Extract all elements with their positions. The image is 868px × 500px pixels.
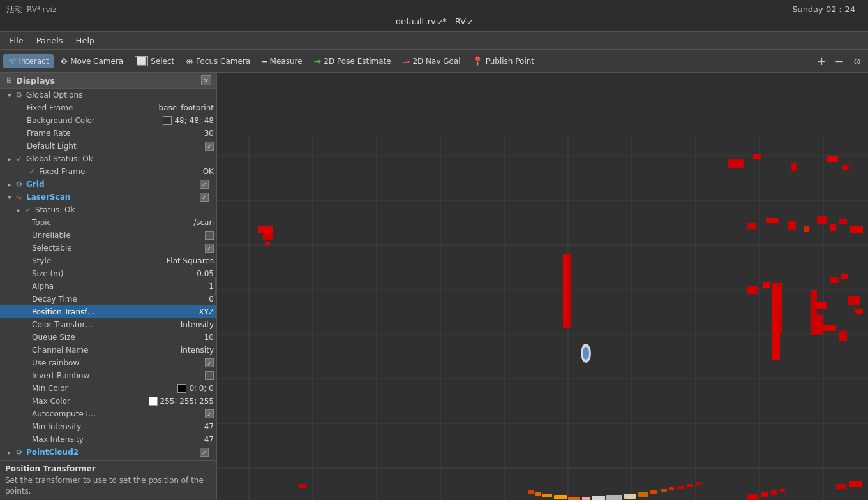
toolbar: ☜ Interact ✥ Move Camera ⬜ Select ⊕ Focu… [0,50,868,73]
min-color-row: Min Color 0; 0; 0 [0,382,216,395]
displays-close-button[interactable]: ✕ [201,75,211,85]
svg-rect-58 [592,496,605,500]
max-color-swatch[interactable] [149,397,158,406]
grid-arrow[interactable]: ▸ [5,181,14,188]
svg-rect-28 [817,216,827,224]
nav-goal-tool[interactable]: ⇒ 2D Nav Goal [398,54,466,68]
fixed-frame-row: Fixed Frame base_footprint [0,101,216,114]
unreliable-value [205,231,214,240]
menu-help[interactable]: Help [70,34,101,47]
publish-point-tool[interactable]: 📍 Publish Point [467,54,539,68]
queue-size-label: Queue Size [32,333,201,342]
min-color-swatch[interactable] [177,384,186,393]
status-ok-row[interactable]: ▸ ✓ Status: Ok [0,203,216,216]
selectable-row: Selectable [0,242,216,254]
svg-rect-72 [836,484,846,489]
svg-rect-60 [624,494,636,499]
grid-row[interactable]: ▸ ⚙ Grid [0,178,216,191]
min-color-label: Min Color [32,384,174,393]
position-transformer-value: XYZ [198,307,214,316]
autocompute-checkbox[interactable] [205,409,214,418]
decay-time-label: Decay Time [32,295,206,304]
position-transformer-label: Position Transf… [32,307,195,316]
pointcloud2-arrow[interactable]: ▸ [5,449,14,456]
3d-viewport[interactable]: .grid-line { stroke: #484848; stroke-wid… [217,73,868,500]
color-transformer-row: Color Transfor… Intensity [0,318,216,331]
unreliable-row: Unreliable [0,229,216,242]
pose-estimate-icon: → [314,56,322,66]
svg-rect-73 [849,481,862,487]
displays-content[interactable]: ▾ ⚙ Global Options Fixed Frame base_foot… [0,89,216,460]
svg-rect-33 [777,283,782,334]
position-transformer-row[interactable]: Position Transf… XYZ [0,305,216,318]
global-status-row[interactable]: ▸ ✓ Global Status: Ok [0,152,216,165]
svg-rect-61 [638,492,648,497]
pointcloud2-checkbox-value [200,448,209,457]
svg-rect-57 [582,497,590,500]
svg-rect-65 [677,486,684,489]
laserscan-icon: ∿ [14,193,24,202]
invert-rainbow-label: Invert Rainbow [32,371,202,380]
svg-rect-67 [696,482,701,485]
measure-tool[interactable]: ━ Measure [257,54,307,68]
invert-rainbow-checkbox[interactable] [205,371,214,380]
interact-tool[interactable]: ☜ Interact [3,54,54,68]
main-layout: 🖥 Displays ✕ ▾ ⚙ Global Options Fixed Fr… [0,73,868,500]
focus-camera-tool[interactable]: ⊕ Focus Camera [181,54,255,68]
unreliable-checkbox[interactable] [205,231,214,240]
global-options-row[interactable]: ▾ ⚙ Global Options [0,89,216,101]
use-rainbow-row: Use rainbow [0,357,216,369]
displays-icon: 🖥 [5,76,13,85]
menu-panels[interactable]: Panels [30,34,70,47]
selectable-checkbox[interactable] [205,244,214,253]
fixed-frame-status-value: OK [203,167,214,176]
status-bar-title: Position Transformer [5,464,211,473]
global-status-label: Global Status: Ok [26,154,214,163]
background-color-swatch[interactable] [163,116,172,125]
global-status-arrow[interactable]: ▸ [5,156,14,163]
clock: Sunday 02：24 [792,4,855,15]
svg-rect-59 [606,495,622,500]
svg-rect-27 [804,226,809,232]
svg-rect-24 [747,223,756,229]
status-ok-check-icon: ✓ [23,205,33,214]
invert-rainbow-row: Invert Rainbow [0,369,216,382]
pose-estimate-label: 2D Pose Estimate [324,57,391,66]
topic-row: Topic /scan [0,216,216,229]
svg-rect-63 [661,489,667,492]
global-options-arrow[interactable]: ▾ [5,92,14,99]
zoom-reset-button[interactable]: ⊙ [849,54,865,69]
pointcloud2-row[interactable]: ▸ ⚙ PointCloud2 [0,446,216,459]
laserscan-row[interactable]: ▾ ∿ LaserScan [0,191,216,203]
select-tool[interactable]: ⬜ Select [130,54,179,68]
use-rainbow-checkbox[interactable] [205,358,214,367]
focus-camera-icon: ⊕ [186,56,193,66]
svg-rect-34 [830,277,839,283]
viewport[interactable]: .grid-line { stroke: #484848; stroke-wid… [217,73,868,500]
svg-rect-35 [841,274,848,279]
publish-point-icon: 📍 [472,56,483,66]
measure-label: Measure [270,57,303,66]
size-label: Size (m) [32,269,193,278]
grid-checkbox[interactable] [200,180,209,189]
menu-file[interactable]: File [3,34,30,47]
svg-rect-44 [817,302,827,309]
zoom-out-button[interactable]: − [832,54,847,69]
move-camera-tool[interactable]: ✥ Move Camera [55,54,128,68]
zoom-in-button[interactable]: + [814,54,829,69]
invert-rainbow-value [205,371,214,380]
pose-estimate-tool[interactable]: → 2D Pose Estimate [309,54,396,68]
laserscan-arrow[interactable]: ▾ [5,194,14,201]
autocompute-value [205,409,214,418]
pointcloud2-checkbox[interactable] [200,448,209,457]
default-light-checkbox[interactable] [205,142,214,151]
displays-header: 🖥 Displays ✕ [0,73,216,89]
global-options-gear-icon: ⚙ [14,91,24,99]
color-transformer-label: Color Transfor… [32,320,177,329]
laserscan-checkbox[interactable] [200,193,209,202]
channel-name-row: Channel Name intensity [0,344,216,357]
svg-rect-62 [650,490,657,494]
max-color-label: Max Color [32,397,146,406]
alpha-value: 1 [209,282,214,291]
svg-rect-22 [827,156,838,162]
